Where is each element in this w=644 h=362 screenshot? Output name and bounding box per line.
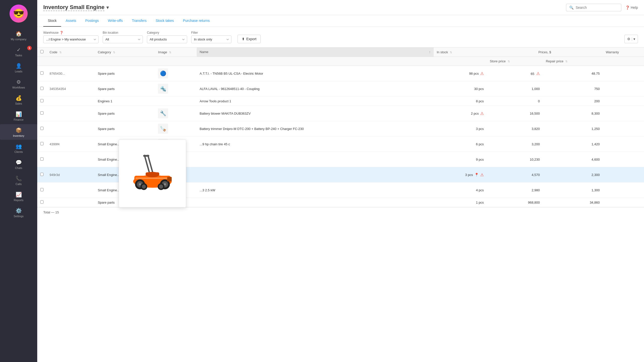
sidebar-item-settings[interactable]: ⚙️ Settings [0,205,37,220]
warehouse-select[interactable]: ...I Engine > My warehouse [43,35,99,43]
row-checkbox[interactable] [40,99,44,102]
avatar[interactable]: 😎 [10,5,28,23]
warehouse-help-icon[interactable]: ❓ [60,31,63,34]
row-warranty [603,66,644,81]
settings-icon: ⚙️ [16,208,22,214]
tab-assets[interactable]: Assets [61,15,81,27]
row-name: A.T.T.I. - TN56B B5 UL-CSA - Electric Mo… [197,66,434,81]
sidebar-item-inventory[interactable]: 📦 Inventory [0,124,37,140]
row-image-cell [155,97,196,106]
col-repair-price[interactable]: Repair price ⇅ [543,57,603,66]
row-checkbox-cell [37,106,47,121]
col-category[interactable]: Category ⇅ [95,48,155,57]
row-image: 🔧 [158,108,168,118]
tab-purchase-returns[interactable]: Purchase returns [178,15,214,27]
badge-tasks: 5 [27,46,32,50]
svg-point-12 [142,185,146,189]
row-checkbox-cell [37,121,47,137]
row-repair-price: 48.75 [543,66,603,81]
row-repair-price: 2,300 [543,167,603,183]
row-in-stock: 1 pcs [434,198,487,207]
help-button[interactable]: ❓ Help [625,6,638,10]
in-stock-value: 30 pcs [474,87,484,91]
row-image-cell: 🪚 [155,121,196,137]
tab-transfers[interactable]: Transfers [127,15,151,27]
tab-stock[interactable]: Stock [43,15,61,27]
row-store-price: 16,500 [487,106,543,121]
sidebar-item-sales[interactable]: 💰 Sales [0,92,37,108]
help-label: Help [631,6,638,10]
col-name[interactable]: Name ↑ [197,48,434,57]
col-code[interactable]: Code ⇅ [47,48,95,57]
sidebar-item-tasks[interactable]: ✓ Tasks 5 [0,44,37,59]
gear-button[interactable]: ⚙ | ▾ [624,35,638,43]
header: Inventory Small Engine ▾ 🔍 ❓ Help [37,0,644,15]
search-input[interactable] [576,6,618,10]
total-bar: Total — 15 [37,207,644,217]
row-checkbox-cell [37,167,47,183]
row-category: Engines 1 [95,97,155,106]
sidebar: 😎 🏠 My company ✓ Tasks 5 👤 Leads ⚙ Workf… [0,0,37,362]
col-in-stock[interactable]: In stock ⇅ [434,48,487,57]
row-image-cell: 🔧 [155,106,196,121]
row-checkbox[interactable] [40,111,44,115]
svg-point-14 [159,185,163,189]
col-image[interactable]: Image ⇅ [155,48,196,57]
sidebar-item-my-company[interactable]: 🏠 My company [0,28,37,43]
select-all-checkbox[interactable] [40,50,44,53]
export-icon: ⬆ [242,37,245,41]
search-box[interactable]: 🔍 [566,4,621,11]
sidebar-item-workflows[interactable]: ⚙ Workflows [0,76,37,92]
row-image: 🔵 [158,68,168,78]
row-repair-price: 8,300 [543,106,603,121]
in-stock-value: 1 pcs [476,201,484,204]
stock-filter-group: Filter In stock only [191,31,231,43]
row-checkbox[interactable] [40,188,44,191]
export-button[interactable]: ⬆ Export [237,35,261,43]
row-repair-price: 750 [543,81,603,97]
mower-image [125,146,180,201]
row-category: Spare parts [95,106,155,121]
row-in-stock: 30 pcs [434,81,487,97]
tab-write-offs[interactable]: Write-offs [103,15,127,27]
sidebar-item-calls[interactable]: 📞 Calls [0,172,37,188]
row-store-price: 3,200 [487,137,543,152]
tab-postings[interactable]: Postings [81,15,103,27]
row-code: 8765430... [47,66,95,81]
row-warranty [603,81,644,97]
title-dropdown-icon[interactable]: ▾ [106,5,109,10]
sidebar-item-finance[interactable]: 📊 Finance [0,108,37,124]
tab-stock-takes[interactable]: Stock takes [151,15,178,27]
warehouse-filter-group: Warehouse ❓ ...I Engine > My warehouse [43,31,99,43]
row-checkbox[interactable] [40,87,44,90]
row-code [47,152,95,167]
row-store-price: 4,570 [487,167,543,183]
row-warranty [603,137,644,152]
col-prices: Prices, $ [487,48,603,57]
row-store-price: 10,230 [487,152,543,167]
sidebar-item-reports[interactable]: 📈 Reports [0,189,37,204]
select-all-header[interactable] [37,48,47,57]
row-checkbox[interactable] [40,173,44,176]
stock-filter-select[interactable]: In stock only [191,35,231,43]
clients-icon: 👥 [16,143,22,149]
bin-location-select[interactable]: All [103,35,143,43]
row-checkbox[interactable] [40,200,44,204]
tasks-icon: ✓ [17,47,21,53]
category-select[interactable]: All products [147,35,187,43]
store-price-sort-icon: ⇅ [508,60,510,63]
sidebar-item-leads[interactable]: 👤 Leads [0,60,37,75]
sidebar-item-chats[interactable]: 💬 Chats [0,156,37,172]
sidebar-label-reports: Reports [14,199,24,202]
in-stock-sort-icon: ⇅ [450,51,452,54]
row-checkbox[interactable] [40,127,44,130]
category-label: Category [147,31,187,34]
row-checkbox[interactable] [40,71,44,75]
row-checkbox[interactable] [40,142,44,145]
row-checkbox-cell [37,198,47,207]
col-store-price[interactable]: Store price ⇅ [487,57,543,66]
image-tooltip [119,140,186,207]
sidebar-item-clients[interactable]: 👥 Clients [0,140,37,156]
table-row: Engines 1 Arrow Tools product 1 8 pcs 0 … [37,97,644,106]
row-checkbox[interactable] [40,157,44,161]
